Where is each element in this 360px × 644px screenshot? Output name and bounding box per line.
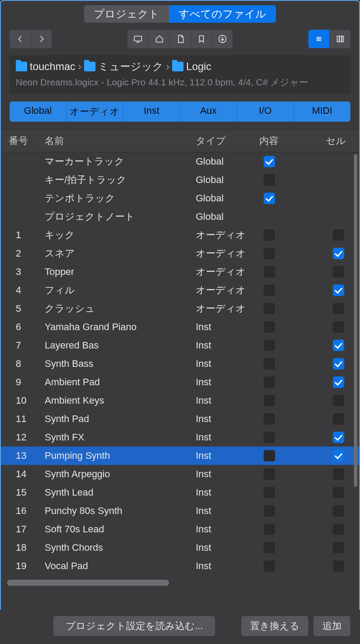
sel-checkbox[interactable] (333, 524, 344, 535)
table-row[interactable]: 10Ambient KeysInst (1, 391, 359, 410)
content-checkbox[interactable] (264, 248, 275, 259)
table-row[interactable]: 18Synth ChordsInst (1, 538, 359, 557)
vertical-scrollbar[interactable] (354, 154, 357, 487)
sel-checkbox[interactable] (333, 285, 344, 296)
sel-checkbox[interactable] (333, 248, 344, 259)
sel-checkbox[interactable] (333, 487, 344, 498)
table-row[interactable]: 5クラッシュオーディオ (1, 299, 359, 318)
col-header-name[interactable]: 名前 (45, 134, 196, 148)
filter-tab-aux[interactable]: Aux (180, 102, 236, 122)
nav-project-button[interactable] (169, 30, 191, 48)
table-row[interactable]: 19Vocal PadInst (1, 557, 359, 575)
horizontal-scrollbar[interactable] (7, 580, 353, 586)
horizontal-scrollbar-thumb[interactable] (7, 580, 169, 586)
table-row[interactable]: 14Synth ArpeggioInst (1, 465, 359, 483)
sel-checkbox[interactable] (333, 560, 344, 572)
col-header-content[interactable]: 内容 (259, 134, 312, 148)
content-checkbox[interactable] (264, 560, 275, 572)
content-checkbox[interactable] (264, 303, 275, 314)
col-header-type[interactable]: タイプ (196, 134, 259, 148)
table-row[interactable]: 17Soft 70s LeadInst (1, 520, 359, 538)
view-columns-button[interactable] (329, 30, 350, 48)
sel-checkbox[interactable] (333, 432, 344, 443)
content-checkbox[interactable] (264, 487, 275, 498)
content-checkbox[interactable] (264, 193, 275, 204)
content-checkbox[interactable] (264, 505, 275, 517)
sel-checkbox[interactable] (333, 358, 344, 370)
crumb-2[interactable]: ミュージック (98, 60, 163, 74)
content-checkbox[interactable] (264, 395, 275, 406)
content-checkbox[interactable] (264, 340, 275, 351)
sel-checkbox[interactable] (333, 321, 344, 333)
table-row[interactable]: 4フィルオーディオ (1, 281, 359, 299)
cell-sel (312, 266, 359, 278)
table-row[interactable]: プロジェクトノートGlobal (1, 208, 359, 226)
cell-number: 15 (1, 487, 45, 498)
crumb-3[interactable]: Logic (186, 60, 211, 73)
content-checkbox[interactable] (264, 377, 275, 388)
content-checkbox[interactable] (264, 266, 275, 278)
add-button[interactable]: 追加 (314, 616, 350, 636)
cell-name: Synth Lead (45, 487, 196, 498)
content-checkbox[interactable] (264, 321, 275, 333)
content-checkbox[interactable] (264, 174, 275, 186)
table-row[interactable]: 3Topperオーディオ (1, 263, 359, 281)
nav-bookmark-button[interactable] (191, 30, 212, 48)
sel-checkbox[interactable] (333, 303, 344, 314)
filter-tab-audio[interactable]: オーディオ (66, 102, 123, 122)
content-checkbox[interactable] (264, 542, 275, 553)
nav-computer-button[interactable] (127, 30, 148, 48)
filter-tab-io[interactable]: I/O (236, 102, 293, 122)
content-checkbox[interactable] (264, 524, 275, 535)
sel-checkbox[interactable] (333, 542, 344, 553)
table-row[interactable]: 1キックオーディオ (1, 226, 359, 244)
content-checkbox[interactable] (264, 468, 275, 480)
sel-checkbox[interactable] (333, 468, 344, 480)
table-row[interactable]: 13Pumping SynthInst (1, 447, 359, 465)
nav-download-button[interactable] (212, 30, 233, 48)
table-row[interactable]: 9Ambient PadInst (1, 373, 359, 391)
table-row[interactable]: 8Synth BassInst (1, 355, 359, 373)
sel-checkbox[interactable] (333, 266, 344, 278)
content-checkbox[interactable] (264, 229, 275, 241)
table-row[interactable]: 6Yamaha Grand PianoInst (1, 318, 359, 336)
sel-checkbox[interactable] (333, 229, 344, 241)
table-row[interactable]: 16Punchy 80s SynthInst (1, 502, 359, 520)
sel-checkbox[interactable] (333, 395, 344, 406)
cell-content (259, 432, 312, 443)
nav-home-button[interactable] (148, 30, 169, 48)
crumb-1[interactable]: touchmac (30, 60, 75, 73)
content-checkbox[interactable] (264, 285, 275, 296)
replace-button[interactable]: 置き換える (241, 616, 308, 636)
filter-tab-global[interactable]: Global (10, 102, 66, 122)
content-checkbox[interactable] (264, 358, 275, 370)
nav-forward-button[interactable] (31, 30, 52, 48)
col-header-sel[interactable]: セル (312, 134, 359, 148)
col-header-number[interactable]: 番号 (1, 134, 45, 148)
load-project-settings-button[interactable]: プロジェクト設定を読み込む... (53, 616, 215, 636)
sel-checkbox[interactable] (333, 450, 344, 461)
view-list-button[interactable] (308, 30, 329, 48)
table-row[interactable]: テンポトラックGlobal (1, 189, 359, 208)
nav-back-button[interactable] (10, 30, 31, 48)
tab-project[interactable]: プロジェクト (84, 5, 169, 23)
table-row[interactable]: 15Synth LeadInst (1, 483, 359, 502)
cell-sel (312, 285, 359, 296)
content-checkbox[interactable] (264, 450, 275, 461)
sel-checkbox[interactable] (333, 413, 344, 425)
content-checkbox[interactable] (264, 432, 275, 443)
table-row[interactable]: 7Layered BasInst (1, 336, 359, 355)
table-row[interactable]: キー/拍子トラックGlobal (1, 171, 359, 189)
table-row[interactable]: 12Synth FXInst (1, 428, 359, 447)
filter-tab-midi[interactable]: MIDI (293, 102, 350, 122)
content-checkbox[interactable] (264, 156, 275, 167)
table-row[interactable]: 2スネアオーディオ (1, 244, 359, 263)
sel-checkbox[interactable] (333, 377, 344, 388)
table-row[interactable]: マーカートラックGlobal (1, 152, 359, 171)
table-row[interactable]: 11Synth PadInst (1, 410, 359, 428)
filter-tab-inst[interactable]: Inst (123, 102, 180, 122)
tab-all-files[interactable]: すべてのファイル (169, 5, 276, 23)
content-checkbox[interactable] (264, 413, 275, 425)
sel-checkbox[interactable] (333, 340, 344, 351)
sel-checkbox[interactable] (333, 505, 344, 517)
